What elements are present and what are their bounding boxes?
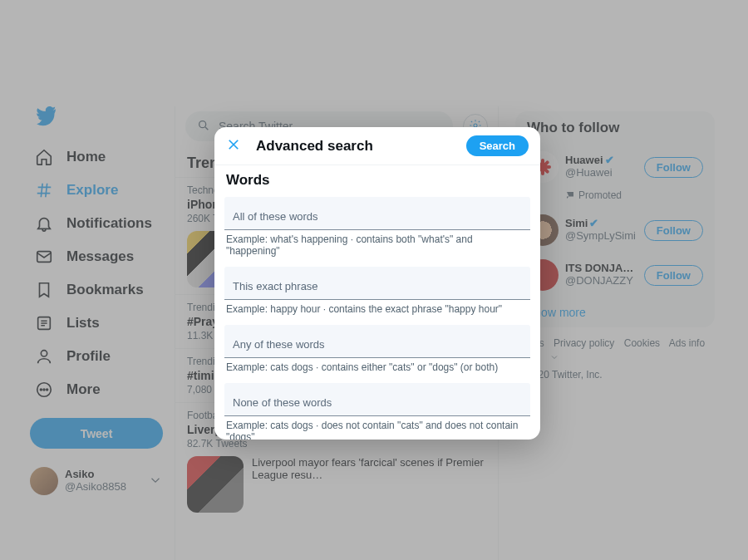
modal-title: Advanced search <box>256 138 451 155</box>
any-words-input[interactable] <box>224 325 530 357</box>
exact-phrase-input[interactable] <box>224 267 530 299</box>
advanced-search-modal: Advanced search Search Words Example: wh… <box>214 127 540 440</box>
group-title: Words <box>216 165 539 194</box>
field-none-words <box>224 383 530 416</box>
none-words-input[interactable] <box>224 383 530 415</box>
field-example: Example: happy hour · contains the exact… <box>216 300 539 322</box>
field-all-words <box>224 197 530 230</box>
search-button[interactable]: Search <box>466 135 529 156</box>
field-exact-phrase <box>224 267 530 300</box>
all-words-input[interactable] <box>224 197 530 229</box>
field-example: Example: cats dogs · does not contain "c… <box>216 416 539 440</box>
close-icon <box>226 137 241 155</box>
close-button[interactable] <box>226 137 241 155</box>
modal-body[interactable]: Words Example: what's happening · contai… <box>214 165 540 440</box>
field-any-words <box>224 325 530 358</box>
field-example: Example: what's happening · contains bot… <box>216 230 539 263</box>
field-example: Example: cats dogs · contains either "ca… <box>216 358 539 380</box>
